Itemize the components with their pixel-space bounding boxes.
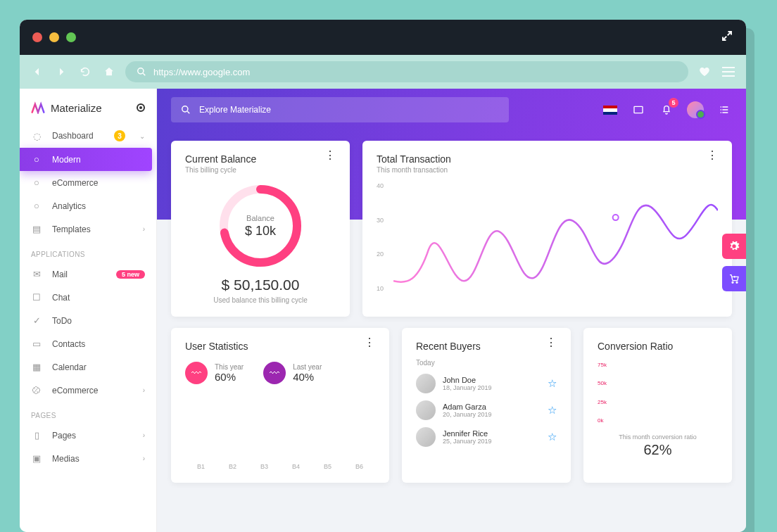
expand-icon <box>633 104 644 115</box>
bullet-icon: ○ <box>31 154 42 165</box>
language-flag[interactable] <box>602 103 618 116</box>
buyer-row[interactable]: Jennifer Rice25, January 2019☆ <box>416 427 557 447</box>
buyer-row[interactable]: John Doe18, January 2019☆ <box>416 374 557 393</box>
sidebar-item-todo[interactable]: ✓ToDo <box>20 309 156 332</box>
notifications-button[interactable]: 5 <box>659 103 674 116</box>
app-header: Explore Materialize 5 <box>157 89 746 131</box>
sidebar-item-contacts[interactable]: ▭Contacts <box>20 332 156 355</box>
balance-donut: Balance$ 10k <box>215 181 305 271</box>
image-icon: ▣ <box>31 453 42 464</box>
buyer-row[interactable]: Adam Garza20, January 2019☆ <box>416 400 557 420</box>
more-menu[interactable] <box>716 103 732 116</box>
reload-icon[interactable] <box>77 64 93 80</box>
svg-point-1 <box>732 281 733 283</box>
star-icon[interactable]: ☆ <box>548 404 557 417</box>
cart-icon: ⛒ <box>31 385 42 395</box>
app-body: Materialize ◌Dashboard3⌄ ○Modern ○eComme… <box>20 89 746 532</box>
check-icon: ✓ <box>31 315 42 326</box>
bullet-icon: ○ <box>31 177 42 188</box>
sidebar-item-pages[interactable]: ▯Pages› <box>20 424 156 447</box>
chevron-right-icon: › <box>143 386 145 394</box>
url-text: https://www.google.com <box>153 67 250 77</box>
card-conversion-ratio: Conversion Ratio 75k50k25k0k This month … <box>583 328 732 483</box>
card-recent-buyers: Recent Buyers⋮ Today John Doe18, January… <box>402 328 571 483</box>
window-controls <box>32 32 76 42</box>
cart-fab[interactable] <box>722 266 746 291</box>
stat-this-year: 〰This year60% <box>185 362 244 384</box>
sidebar-item-analytics[interactable]: ○Analytics <box>20 194 156 217</box>
avatar[interactable] <box>687 101 704 118</box>
chevron-right-icon: › <box>143 225 145 233</box>
userstats-bars <box>185 391 375 459</box>
avatar <box>416 427 436 447</box>
svg-point-2 <box>736 281 738 283</box>
sidebar-item-calendar[interactable]: ▦Calendar <box>20 355 156 379</box>
chevron-right-icon: › <box>143 455 145 462</box>
chevron-right-icon: › <box>143 431 145 439</box>
section-pages: PAGES <box>20 402 156 424</box>
sidebar-item-chat[interactable]: ☐Chat <box>20 286 156 309</box>
conversion-value: 62% <box>598 442 718 458</box>
svg-point-3 <box>182 106 188 112</box>
home-icon[interactable] <box>101 64 117 80</box>
search-input[interactable]: Explore Materialize <box>171 97 509 122</box>
transaction-chart: 40302010 <box>377 182 718 302</box>
star-icon[interactable]: ☆ <box>548 377 557 390</box>
svg-point-7 <box>613 215 619 220</box>
minimize-icon[interactable] <box>49 32 59 42</box>
favorite-icon[interactable] <box>697 64 712 80</box>
sidebar-item-dashboard[interactable]: ◌Dashboard3⌄ <box>20 124 156 148</box>
sidebar-item-medias[interactable]: ▣Medias› <box>20 447 156 470</box>
svg-rect-4 <box>634 106 643 113</box>
menu-icon[interactable] <box>721 64 736 80</box>
fullscreen-icon[interactable] <box>721 30 733 46</box>
sidebar-item-modern[interactable]: ○Modern <box>20 148 152 171</box>
browser-window: https://www.google.com Materialize ◌Dash… <box>20 20 746 532</box>
sidebar-item-ecommerce[interactable]: ○eCommerce <box>20 171 156 194</box>
dashboard-icon: ◌ <box>31 131 42 141</box>
sidebar-item-mail[interactable]: ✉Mail5 new <box>20 262 156 286</box>
clipboard-icon: ▯ <box>31 430 42 441</box>
uk-flag-icon <box>603 106 617 115</box>
brand: Materialize <box>20 97 156 124</box>
chevron-down-icon: ⌄ <box>139 132 145 140</box>
balance-amount-sub: Used balance this billing cycle <box>185 296 336 304</box>
more-icon[interactable]: ⋮ <box>364 341 375 345</box>
card-title: Recent Buyers <box>416 341 481 352</box>
main-content: Explore Materialize 5 Current BalanceThi… <box>157 89 746 532</box>
calendar-icon: ▦ <box>31 362 42 372</box>
url-bar[interactable]: https://www.google.com <box>125 61 688 82</box>
card-title: Total Transaction <box>377 153 451 165</box>
bullet-icon: ○ <box>31 201 42 211</box>
card-subtitle: This billing cycle <box>185 166 256 174</box>
star-icon[interactable]: ☆ <box>548 431 557 443</box>
search-icon <box>137 67 146 77</box>
settings-fab[interactable] <box>722 234 746 259</box>
templates-icon: ▤ <box>31 224 42 234</box>
more-icon[interactable]: ⋮ <box>545 341 557 345</box>
card-user-statistics: User Statistics⋮ 〰This year60% 〰Last yea… <box>171 328 389 483</box>
sidebar-pin-icon[interactable] <box>137 103 145 112</box>
search-placeholder: Explore Materialize <box>199 105 271 115</box>
y-axis: 40302010 <box>377 182 384 292</box>
badge: 3 <box>114 130 125 141</box>
maximize-icon[interactable] <box>66 32 76 42</box>
list-icon <box>719 104 730 115</box>
back-icon[interactable] <box>30 64 45 80</box>
sidebar-item-templates[interactable]: ▤Templates› <box>20 217 156 241</box>
y-axis: 75k50k25k0k <box>598 362 607 424</box>
more-icon[interactable]: ⋮ <box>707 153 718 158</box>
more-icon[interactable]: ⋮ <box>324 153 336 158</box>
sidebar-item-ecommerce2[interactable]: ⛒eCommerce› <box>20 379 156 402</box>
x-axis: B1B2B3B4B5B6 <box>185 463 375 470</box>
brand-name: Materialize <box>51 102 102 114</box>
close-icon[interactable] <box>32 32 42 42</box>
fullscreen-toggle[interactable] <box>631 103 646 116</box>
notif-badge: 5 <box>669 98 678 108</box>
badge: 5 new <box>116 270 145 279</box>
svg-point-0 <box>138 68 144 74</box>
avatar <box>416 374 436 393</box>
forward-icon[interactable] <box>53 64 69 80</box>
titlebar <box>20 20 746 55</box>
card-current-balance: Current BalanceThis billing cycle⋮ Balan… <box>171 141 350 317</box>
